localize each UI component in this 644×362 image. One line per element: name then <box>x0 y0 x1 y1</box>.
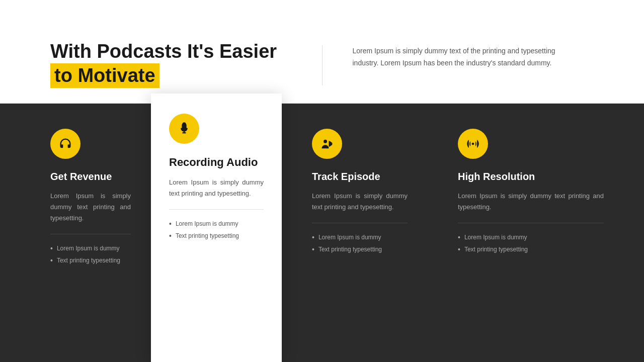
svg-point-3 <box>324 140 327 143</box>
list-item: Text printing typesetting <box>169 232 264 240</box>
separator-2 <box>169 209 264 210</box>
header-right: Lorem Ipsum is simply dummy text of the … <box>353 40 594 69</box>
headphones-icon <box>50 129 80 159</box>
header-description: Lorem Ipsum is simply dummy text of the … <box>353 45 569 69</box>
cards-section: Get Revenue Lorem Ipsum is simply dummy … <box>0 104 644 362</box>
feature-track-episode: Track Episode Lorem Ipsum is simply dumm… <box>282 104 428 362</box>
feature-high-resolution: High Resolution Lorem Ipsum is simply du… <box>428 104 644 362</box>
page: With Podcasts It's Easier to Motivate Lo… <box>0 0 644 362</box>
list-item: Text printing typesetting <box>50 256 131 264</box>
list-item: Text printing typesetting <box>458 245 604 253</box>
high-resolution-list: Lorem Ipsum is dummy Text printing types… <box>458 233 604 253</box>
track-episode-list: Lorem Ipsum is dummy Text printing types… <box>312 233 408 253</box>
recording-audio-list: Lorem Ipsum is dummy Text printing types… <box>169 220 264 240</box>
get-revenue-title: Get Revenue <box>50 171 131 183</box>
separator-3 <box>312 223 408 223</box>
get-revenue-desc: Lorem Ipsum is simply dummy text printin… <box>50 191 131 224</box>
header-section: With Podcasts It's Easier to Motivate Lo… <box>0 0 644 103</box>
get-revenue-list: Lorem Ipsum is dummy Text printing types… <box>50 244 131 264</box>
header-left: With Podcasts It's Easier to Motivate <box>50 40 292 88</box>
separator-1 <box>50 234 131 234</box>
svg-point-0 <box>183 124 186 127</box>
broadcast-icon <box>458 129 488 159</box>
recording-audio-desc: Lorem Ipsum is simply dummy text printin… <box>169 177 264 199</box>
track-episode-title: Track Episode <box>312 171 408 183</box>
feature-get-revenue: Get Revenue Lorem Ipsum is simply dummy … <box>0 104 151 362</box>
title-line1: With Podcasts It's Easier <box>50 41 277 62</box>
user-headset-icon <box>312 129 342 159</box>
list-item: Lorem Ipsum is dummy <box>312 233 408 241</box>
track-episode-desc: Lorem Ipsum is simply dummy text printin… <box>312 191 408 213</box>
list-item: Lorem Ipsum is dummy <box>50 244 131 252</box>
svg-point-4 <box>472 143 474 145</box>
cards-container: Get Revenue Lorem Ipsum is simply dummy … <box>0 104 644 362</box>
high-resolution-title: High Resolution <box>458 171 604 183</box>
title-highlight: to Motivate <box>50 63 159 88</box>
list-item: Lorem Ipsum is dummy <box>458 233 604 241</box>
separator-4 <box>458 223 604 223</box>
header-title: With Podcasts It's Easier to Motivate <box>50 40 292 88</box>
recording-audio-title: Recording Audio <box>169 156 264 169</box>
list-item: Text printing typesetting <box>312 245 408 253</box>
header-divider <box>322 45 323 85</box>
list-item: Lorem Ipsum is dummy <box>169 220 264 228</box>
feature-recording-audio: Recording Audio Lorem Ipsum is simply du… <box>151 94 282 362</box>
high-resolution-desc: Lorem Ipsum is simply dummy text printin… <box>458 191 604 213</box>
podcast-icon <box>169 114 199 144</box>
